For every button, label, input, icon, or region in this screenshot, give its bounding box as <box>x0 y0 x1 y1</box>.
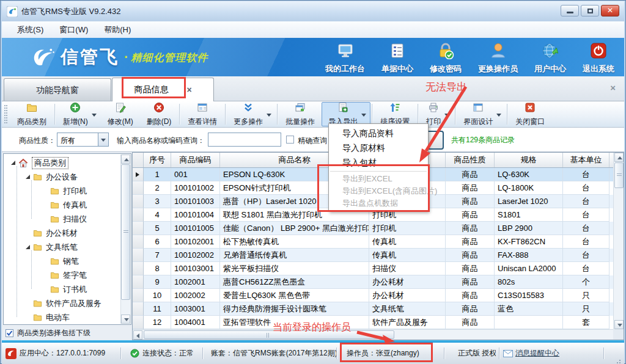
ui-design-button[interactable]: 界面设计 <box>457 102 506 126</box>
delete-button[interactable]: 删除(D) <box>140 102 179 126</box>
exact-match-checkbox[interactable] <box>286 136 294 144</box>
panel-close-icon[interactable]: × <box>610 82 616 93</box>
close-window-button[interactable]: 关闭窗口 <box>509 102 551 126</box>
switch-operator-icon <box>490 42 507 64</box>
document-center-button[interactable]: 单据中心 <box>381 42 413 75</box>
expander-icon[interactable] <box>26 175 30 179</box>
table-row[interactable]: 7100102002兄弟普通纸传真机传真机商品FAX-888台 <box>133 249 624 262</box>
tree-item[interactable]: 签字笔 <box>4 268 120 282</box>
home-icon <box>18 158 28 168</box>
switch-operator-button[interactable]: 更换操作员 <box>478 42 518 75</box>
tree-item[interactable]: 文具纸笔 <box>4 240 120 254</box>
menu-system[interactable]: 系统(S) <box>9 22 51 38</box>
scroll-corner <box>613 329 624 340</box>
header-seq[interactable]: 序号 <box>144 153 171 167</box>
banner-actions: 我的工作台 单据中心 修改密码 更换操作员 用户中心 退出系统 <box>325 42 614 75</box>
print-button[interactable]: 打印 <box>419 102 454 126</box>
scrollbar-thumb[interactable] <box>614 162 624 188</box>
menu-item-import-materials[interactable]: 导入原材料 <box>329 140 428 155</box>
resize-grip[interactable] <box>619 360 620 361</box>
header-unit[interactable]: 基本单位 <box>563 153 609 167</box>
menu-item-import-products[interactable]: 导入商品资料 <box>329 126 428 140</box>
minimize-icon <box>567 12 573 13</box>
table-vscrollbar[interactable] <box>613 153 624 329</box>
chevron-down-icon[interactable] <box>98 133 108 146</box>
minimize-button[interactable] <box>561 5 579 16</box>
scroll-left-icon[interactable] <box>133 330 142 340</box>
exit-system-button[interactable]: 退出系统 <box>583 42 614 75</box>
tree-item[interactable]: 订书机 <box>4 282 120 296</box>
category-folder-icon <box>26 102 37 115</box>
search-input[interactable] <box>208 133 281 147</box>
add-icon <box>70 102 81 115</box>
tree-item[interactable]: 办公设备 <box>4 170 120 184</box>
scrollbar-thumb[interactable] <box>144 330 394 339</box>
tree-item[interactable]: 钢笔 <box>4 254 120 268</box>
connection-status: 连接状态：正常 <box>142 343 194 364</box>
dropdown-arrow-icon <box>361 114 366 117</box>
dropdown-arrow-icon <box>496 114 501 117</box>
sort-settings-icon <box>389 102 400 115</box>
workbench-icon <box>337 42 354 64</box>
close-icon: ✕ <box>607 6 613 15</box>
scroll-down-icon[interactable] <box>614 320 624 329</box>
add-button[interactable]: 新增(N) <box>56 102 101 126</box>
toolbar: 商品类别 新增(N) 修改(M) 删除(D) 查看详情 更多操作 <box>2 101 624 128</box>
close-window-icon <box>525 102 536 115</box>
tree-item[interactable]: 扫描仪 <box>4 212 120 226</box>
scroll-up-icon[interactable] <box>121 155 130 164</box>
tree-item[interactable]: 打印机 <box>4 184 120 198</box>
table-row[interactable]: 121004001亚拓管理软件软件产品及服务商品套 <box>133 316 624 329</box>
maximize-button[interactable] <box>581 5 599 16</box>
tree-item[interactable]: 软件产品及服务 <box>4 296 120 310</box>
table-row[interactable]: 8100103001紫光平板扫描仪扫描仪商品Uniscan LA2000台 <box>133 262 624 275</box>
ui-design-icon <box>473 102 484 115</box>
status-bar: 应用中心：127.0.0.1:7099 连接状态：正常 账套：信管飞RMS账套(… <box>2 343 624 364</box>
scroll-up-icon[interactable] <box>614 153 624 162</box>
tab-close-icon[interactable]: × <box>186 86 191 94</box>
tree-item-root[interactable]: 商品类别 <box>4 156 120 170</box>
scrollbar-thumb[interactable] <box>121 164 130 300</box>
header-indicator <box>133 153 144 167</box>
batch-actions-button[interactable]: 批量操作 <box>279 102 322 126</box>
header-nature[interactable]: 商品性质 <box>446 153 495 167</box>
tree-item[interactable]: 传真机 <box>4 198 120 212</box>
view-detail-button[interactable]: 查看详情 <box>181 102 224 126</box>
message-center-link[interactable]: 消息提醒中心 <box>515 343 559 364</box>
workbench-button[interactable]: 我的工作台 <box>325 42 365 75</box>
header-spec[interactable]: 规格 <box>495 153 563 167</box>
table-row[interactable]: 101002002爱普生LQ630K 黑色色带办公耗材商品C13S015583只 <box>133 289 624 302</box>
tree-item[interactable]: 办公耗材 <box>4 226 120 240</box>
brand-logo: 信管飞 · 精细化管理软件 <box>30 45 208 70</box>
menu-help[interactable]: 帮助(H) <box>96 22 139 38</box>
more-actions-button[interactable]: 更多操作 <box>227 102 276 126</box>
menu-window[interactable]: 窗口(W) <box>51 22 96 38</box>
edition-status: 正式版 授权 <box>458 343 496 364</box>
category-button[interactable]: 商品类别 <box>10 102 53 126</box>
table-row[interactable]: 5100101005佳能（Canon） LBP 2900+ 黑白激光打印机打印机… <box>133 222 624 235</box>
header-code[interactable]: 商品编码 <box>171 153 220 167</box>
sort-settings-button[interactable]: 排序设置 <box>374 102 416 126</box>
table-hscrollbar[interactable] <box>133 329 613 340</box>
include-sub-checkbox[interactable] <box>6 329 13 337</box>
tab-function-nav[interactable]: 功能导航窗 <box>4 78 111 101</box>
dropdown-arrow-icon <box>267 114 271 117</box>
tree-item[interactable]: 电动车 <box>4 310 120 324</box>
import-export-button[interactable]: 导入导出 <box>322 102 370 126</box>
user-center-button[interactable]: 用户中心 <box>534 42 566 75</box>
nature-select[interactable]: 所有 <box>57 133 109 147</box>
table-row[interactable]: 111003001得力经典防滑握手设计圆珠笔文具纸笔商品蓝色只 <box>133 302 624 316</box>
tree-scrollbar[interactable] <box>120 155 130 324</box>
edit-button[interactable]: 修改(M) <box>101 102 140 126</box>
expander-icon[interactable] <box>11 161 15 165</box>
close-button[interactable]: ✕ <box>601 5 619 16</box>
app-logo-icon <box>7 6 18 17</box>
change-password-button[interactable]: 修改密码 <box>430 42 462 75</box>
scroll-down-icon[interactable] <box>121 315 130 324</box>
folder-icon <box>33 243 42 251</box>
table-row[interactable]: 91002001惠普CH561ZZ黑色墨盒办公耗材商品802s个 <box>133 275 624 289</box>
app-window: 信管飞RMS专业版 V9.2.432 ✕ 系统(S) 窗口(W) 帮助(H) 信… <box>0 0 626 364</box>
import-export-icon <box>337 102 348 115</box>
table-row[interactable]: 6100102001松下热敏传真机传真机商品KX-FT862CN台 <box>133 235 624 249</box>
expander-icon[interactable] <box>26 245 30 249</box>
